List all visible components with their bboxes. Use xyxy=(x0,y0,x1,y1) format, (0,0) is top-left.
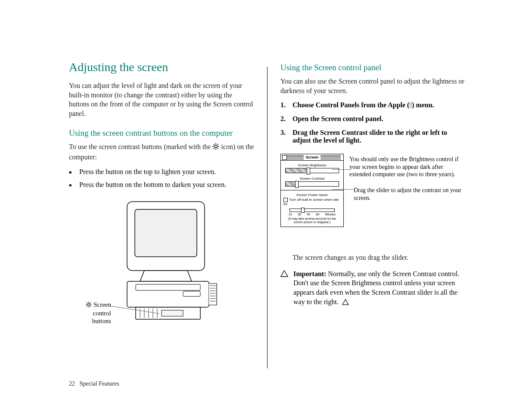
left-column: Adjusting the screen You can adjust the … xyxy=(69,60,254,368)
computer-drawing xyxy=(97,197,226,344)
svg-line-17 xyxy=(90,302,91,303)
sub-heading-panel: Using the Screen control panel xyxy=(280,63,466,72)
bullet-item: Press the button on the bottom to darken… xyxy=(69,181,254,189)
important-label: Important: xyxy=(293,270,326,277)
right-column: Using the Screen control panel You can a… xyxy=(280,60,466,368)
svg-point-9 xyxy=(88,303,90,305)
warning-icon xyxy=(280,269,289,307)
saver-checkbox: Turn off built-in screen when idle for xyxy=(283,197,341,207)
page-number: 22 xyxy=(69,380,75,387)
screen-control-panel: Screen Screen Brightness Screen Contrast… xyxy=(280,154,344,227)
main-heading: Adjusting the screen xyxy=(69,60,254,74)
lead-paragraph: To use the screen contrast buttons (mark… xyxy=(69,142,254,162)
idle-slider xyxy=(289,209,335,212)
computer-illustration: Screen control buttons xyxy=(69,197,254,346)
after-panel-text: The screen changes as you drag the slide… xyxy=(292,253,466,262)
close-icon xyxy=(282,155,287,160)
callout-contrast: Drag the slider to adjust the contrast o… xyxy=(354,187,466,202)
sub-heading-buttons: Using the screen contrast buttons on the… xyxy=(69,128,254,138)
page-footer: 22 Special Features xyxy=(69,380,119,387)
step-item: Drag the Screen Contrast slider to the r… xyxy=(280,129,466,144)
saver-label: Screen Power Saver xyxy=(283,193,341,197)
brightness-label: Screen Brightness xyxy=(283,163,341,167)
panel-intro: You can also use the Screen control pane… xyxy=(280,77,466,95)
svg-point-0 xyxy=(215,145,217,148)
important-note: Important: Normally, use only the Screen… xyxy=(280,269,466,307)
bullet-item: Press the button on the top to lighten y… xyxy=(69,168,254,176)
svg-line-5 xyxy=(214,144,215,145)
svg-line-16 xyxy=(87,306,87,307)
svg-line-6 xyxy=(218,148,218,149)
figure-label: Screen control buttons xyxy=(72,301,111,325)
svg-rect-29 xyxy=(162,310,183,316)
brightness-slider xyxy=(285,168,339,173)
svg-line-8 xyxy=(218,144,218,145)
panel-figure: Screen Screen Brightness Screen Contrast… xyxy=(280,154,466,240)
step-item: Choose Control Panels from the Apple ()… xyxy=(280,101,466,109)
brightness-icon xyxy=(86,302,92,309)
column-divider xyxy=(267,67,268,368)
contrast-slider xyxy=(285,181,339,187)
svg-line-7 xyxy=(214,148,215,149)
step-item: Open the Screen control panel. xyxy=(280,115,466,123)
intro-paragraph: You can adjust the level of light and da… xyxy=(69,81,254,118)
idle-scale: 15304560Minutes xyxy=(289,213,336,216)
svg-rect-22 xyxy=(183,291,200,296)
svg-rect-19 xyxy=(135,209,197,257)
brightness-icon xyxy=(212,143,219,153)
panel-titlebar: Screen xyxy=(281,154,343,161)
contrast-label: Screen Contrast xyxy=(283,177,341,181)
saver-note: (It may take several seconds for the scr… xyxy=(283,217,341,224)
section-name: Special Features xyxy=(80,380,119,387)
svg-line-14 xyxy=(87,302,87,303)
warning-icon xyxy=(342,299,349,306)
panel-title: Screen xyxy=(304,155,320,159)
svg-line-15 xyxy=(90,306,91,307)
steps-list: Choose Control Panels from the Apple ()… xyxy=(280,101,466,144)
callout-brightness: You should only use the Brightness contr… xyxy=(349,156,461,178)
svg-rect-21 xyxy=(136,284,200,290)
instruction-bullets: Press the button on the top to lighten y… xyxy=(69,168,254,189)
